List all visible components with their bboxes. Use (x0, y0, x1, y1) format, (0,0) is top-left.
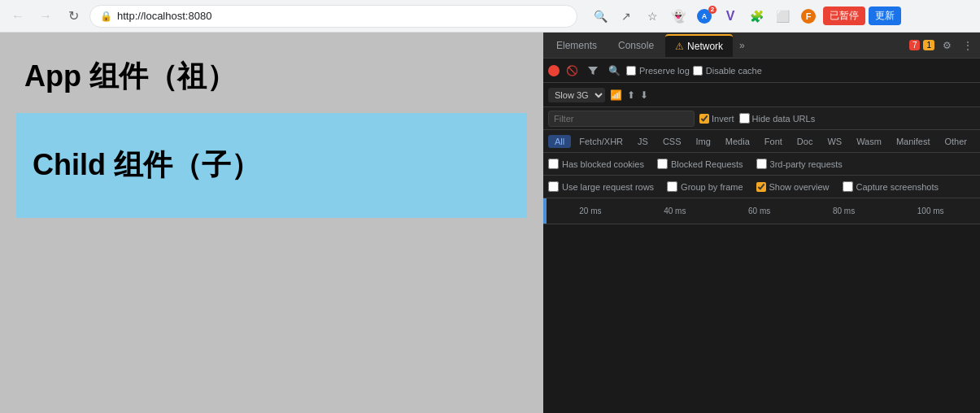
browser-toolbar: ← → ↻ 🔒 http://localhost:8080 🔍 ↗ ☆ 👻 A … (0, 0, 980, 33)
browser-window: ← → ↻ 🔒 http://localhost:8080 🔍 ↗ ☆ 👻 A … (0, 0, 980, 413)
clear-button[interactable]: 🚫 (563, 62, 581, 80)
third-party-requests-label[interactable]: 3rd-party requests (756, 159, 843, 169)
invert-checkbox[interactable] (699, 114, 709, 124)
tab-elements[interactable]: Elements (547, 34, 607, 57)
devtools-settings-button[interactable]: ⚙ (938, 37, 956, 54)
wifi-icon[interactable]: 📶 (610, 89, 622, 101)
download-icon[interactable]: ⬇ (640, 89, 648, 101)
filter-input[interactable] (548, 111, 695, 127)
tick-80ms: 80 ms (833, 206, 855, 215)
type-filter-css[interactable]: CSS (656, 135, 688, 148)
preserve-log-checkbox[interactable] (626, 66, 636, 76)
ext-badge-button[interactable]: A 2 (693, 5, 716, 28)
group-by-frame-label[interactable]: Group by frame (667, 181, 743, 192)
tick-20ms: 20 ms (579, 206, 601, 215)
hide-data-urls-checkbox[interactable] (739, 113, 750, 124)
request-type-bar: All Fetch/XHR JS CSS Img Media Font Doc … (543, 130, 980, 153)
options-bar-2: Use large request rows Group by frame Sh… (543, 176, 980, 198)
type-filter-all[interactable]: All (548, 135, 571, 148)
timeline-bar: 20 ms 40 ms 60 ms 80 ms 100 ms (543, 198, 980, 224)
network-toolbar: 🚫 🔍 Preserve log Disable cache (543, 59, 980, 83)
app-title: App 组件（祖） (16, 49, 527, 113)
type-filter-doc[interactable]: Doc (791, 135, 820, 148)
type-filter-media[interactable]: Media (719, 135, 756, 148)
timeline-labels: 20 ms 40 ms 60 ms 80 ms 100 ms (548, 206, 975, 215)
type-filter-js[interactable]: JS (631, 135, 655, 148)
throttle-select[interactable]: Slow 3G (548, 88, 605, 102)
tick-40ms: 40 ms (664, 206, 686, 215)
window-button[interactable]: ⬜ (771, 5, 794, 28)
record-button[interactable] (548, 65, 560, 76)
update-button[interactable]: 更新 (869, 7, 901, 25)
upload-icon[interactable]: ⬆ (627, 89, 635, 101)
tick-60ms: 60 ms (748, 206, 770, 215)
page-content: App 组件（祖） Child 组件（子） (0, 33, 543, 413)
disable-cache-checkbox[interactable] (693, 66, 703, 76)
reload-button[interactable]: ↻ (62, 5, 85, 28)
child-title: Child 组件（子） (24, 129, 519, 202)
tab-network[interactable]: ⚠ Network (665, 34, 733, 57)
blocked-requests-checkbox[interactable] (657, 159, 668, 169)
type-filter-manifest[interactable]: Manifest (890, 135, 937, 148)
invert-label[interactable]: Invert (699, 114, 734, 124)
hide-data-urls-label[interactable]: Hide data URLs (739, 113, 816, 124)
bookmark-button[interactable]: ☆ (641, 5, 664, 28)
devtools-actions: 7 1 ⚙ ⋮ (909, 37, 977, 54)
blocked-requests-label[interactable]: Blocked Requests (657, 159, 743, 169)
user-button[interactable]: F (797, 5, 820, 28)
error-badge: 7 (909, 40, 921, 50)
use-large-rows-checkbox[interactable] (548, 181, 559, 192)
disable-cache-label[interactable]: Disable cache (693, 66, 762, 76)
capture-screenshots-checkbox[interactable] (843, 181, 853, 192)
toolbar-right: 🔍 ↗ ☆ 👻 A 2 V 🧩 ⬜ F 已暂停 更新 (589, 5, 901, 28)
warning-badge: 1 (923, 40, 934, 50)
share-button[interactable]: ↗ (615, 5, 638, 28)
address-bar[interactable]: 🔒 http://localhost:8080 (89, 5, 577, 28)
type-filter-fetch-xhr[interactable]: Fetch/XHR (573, 135, 629, 148)
show-overview-checkbox[interactable] (756, 182, 766, 192)
forward-button[interactable]: → (34, 5, 57, 28)
tick-100ms: 100 ms (917, 206, 944, 215)
puzzle-button[interactable]: 🧩 (745, 5, 768, 28)
has-blocked-cookies-checkbox[interactable] (548, 159, 559, 169)
type-filter-ws[interactable]: WS (821, 135, 848, 148)
main-area: App 组件（祖） Child 组件（子） Elements Console ⚠… (0, 33, 980, 413)
options-bar-1: Has blocked cookies Blocked Requests 3rd… (543, 153, 980, 176)
capture-screenshots-label[interactable]: Capture screenshots (843, 181, 939, 192)
preserve-log-label[interactable]: Preserve log (626, 66, 690, 76)
type-filter-font[interactable]: Font (758, 135, 789, 148)
devtools-more-button[interactable]: ⋮ (959, 37, 977, 54)
child-component: Child 组件（子） (16, 113, 527, 218)
search-icon[interactable]: 🔍 (605, 62, 623, 80)
filter-icon[interactable] (584, 62, 602, 80)
network-warn-icon: ⚠ (675, 41, 684, 52)
network-content (543, 224, 980, 413)
group-by-frame-checkbox[interactable] (667, 181, 677, 192)
tab-console[interactable]: Console (608, 34, 664, 57)
type-filter-other[interactable]: Other (938, 135, 973, 148)
devtools-panel: Elements Console ⚠ Network » 7 1 ⚙ ⋮ (543, 33, 980, 413)
use-large-rows-label[interactable]: Use large request rows (548, 181, 654, 192)
pause-button[interactable]: 已暂停 (823, 7, 865, 25)
type-filter-img[interactable]: Img (690, 135, 717, 148)
back-button[interactable]: ← (7, 5, 29, 28)
has-blocked-cookies-label[interactable]: Has blocked cookies (548, 159, 644, 169)
devtools-tabs: Elements Console ⚠ Network » 7 1 ⚙ ⋮ (543, 33, 980, 59)
show-overview-label[interactable]: Show overview (756, 182, 830, 192)
url-text: http://localhost:8080 (117, 10, 211, 22)
ext-v-button[interactable]: V (719, 5, 742, 28)
lock-icon: 🔒 (100, 11, 112, 22)
type-filter-wasm[interactable]: Wasm (850, 135, 888, 148)
more-tabs-btn[interactable]: » (734, 40, 750, 51)
network-subtoolbar: Slow 3G 📶 ⬆ ⬇ (543, 83, 980, 107)
third-party-requests-checkbox[interactable] (756, 159, 767, 169)
filter-bar: Invert Hide data URLs (543, 107, 980, 130)
ext-ghost-button[interactable]: 👻 (667, 5, 690, 28)
zoom-button[interactable]: 🔍 (589, 5, 612, 28)
